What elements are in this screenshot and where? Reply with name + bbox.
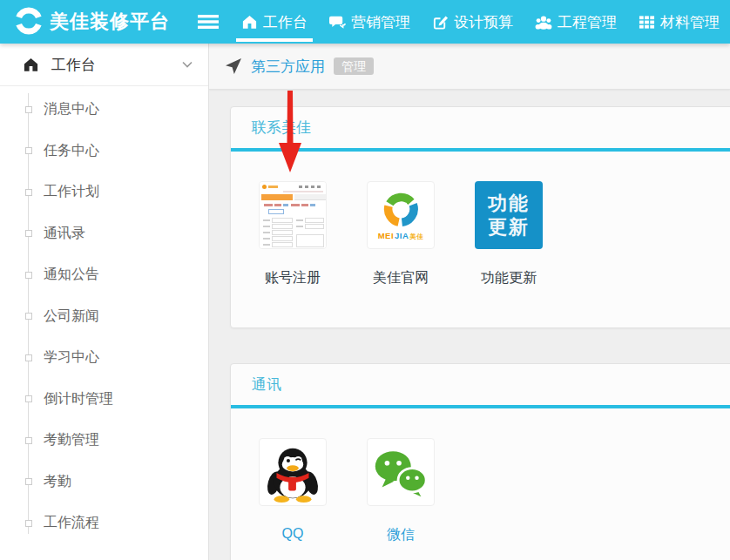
sidebar-item-task-center[interactable]: 任务中心 (0, 131, 208, 172)
sidebar-item-contacts[interactable]: 通讯录 (0, 213, 208, 255)
sidebar-item-attendance[interactable]: 考勤 (0, 462, 208, 503)
feature-update-tile: 功能 更新 (475, 181, 543, 249)
location-arrow-icon (225, 57, 242, 75)
nav-label: 设计预算 (454, 12, 513, 32)
wechat-icon (367, 438, 435, 506)
app-label: QQ (282, 526, 304, 542)
register-form-thumbnail (259, 181, 327, 249)
app-label: 功能更新 (481, 269, 537, 287)
panel-body: QQ 微信 (231, 408, 730, 560)
app-label: 美佳官网 (373, 269, 429, 287)
app-qq[interactable]: QQ (259, 438, 327, 544)
panel-body: 账号注册 MEIJIA美佳 美佳官网 (231, 152, 730, 327)
app-account-register[interactable]: 账号注册 (259, 181, 327, 287)
app-label: 微信 (387, 526, 415, 544)
sidebar-root-label: 工作台 (51, 55, 96, 75)
sidebar-item-label: 工作流程 (44, 514, 99, 532)
sidebar-item-workflow[interactable]: 工作流程 (0, 503, 208, 544)
sidebar-submenu: 消息中心 任务中心 工作计划 通讯录 通知公告 公司新闻 学习中心 倒计时管理 … (0, 86, 208, 544)
sidebar-item-label: 考勤 (44, 473, 71, 491)
app-feature-updates[interactable]: 功能 更新 功能更新 (475, 181, 543, 287)
app-label: 账号注册 (265, 269, 321, 287)
nav-label: 工程管理 (558, 12, 617, 32)
brand-swirl-icon (12, 5, 45, 38)
annotation-red-arrow (279, 91, 301, 172)
sidebar-item-message-center[interactable]: 消息中心 (0, 89, 208, 131)
sidebar-item-label: 公司新闻 (44, 307, 99, 326)
nav-workbench[interactable]: 工作台 (241, 0, 308, 44)
meijia-swirl-icon (382, 190, 420, 228)
sidebar-item-label: 通知公告 (44, 266, 99, 284)
app-wechat[interactable]: 微信 (367, 438, 435, 544)
brand-title: 美佳装修平台 (50, 9, 170, 35)
sidebar-item-label: 倒计时管理 (44, 390, 113, 408)
breadcrumb-title[interactable]: 第三方应用 (251, 57, 325, 77)
sidebar-item-company-news[interactable]: 公司新闻 (0, 296, 208, 338)
nav-engineering[interactable]: 工程管理 (535, 0, 617, 44)
home-icon (23, 57, 39, 73)
sidebar-item-label: 工作计划 (44, 183, 99, 201)
app-meijia-website[interactable]: MEIJIA美佳 美佳官网 (367, 181, 435, 287)
hamburger-menu-icon[interactable] (198, 14, 219, 30)
meijia-wordmark: MEIJIA美佳 (378, 231, 424, 241)
nav-label: 工作台 (263, 12, 308, 32)
meijia-logo: MEIJIA美佳 (367, 181, 435, 249)
grid-icon (639, 14, 655, 30)
sidebar-item-countdown[interactable]: 倒计时管理 (0, 379, 208, 421)
edit-icon (432, 14, 449, 30)
chat-icon (329, 14, 346, 30)
nav-label: 营销管理 (351, 12, 410, 32)
register-thumbnail-mock (260, 182, 326, 248)
panel-title: 通讯 (231, 364, 730, 405)
nav-label: 材料管理 (660, 12, 720, 32)
chevron-down-icon (182, 61, 193, 68)
panel-contact-meijia: 联系美佳 (230, 106, 730, 328)
sidebar-item-attendance-mgmt[interactable]: 考勤管理 (0, 420, 208, 462)
sidebar-item-label: 任务中心 (44, 142, 99, 160)
sidebar-item-label: 通讯录 (44, 225, 85, 243)
sidebar-item-label: 消息中心 (44, 100, 99, 118)
sidebar-item-work-plan[interactable]: 工作计划 (0, 172, 208, 213)
sidebar-item-learning-center[interactable]: 学习中心 (0, 337, 208, 379)
nav-marketing[interactable]: 营销管理 (329, 0, 410, 44)
qq-penguin-icon (259, 438, 327, 506)
users-icon (535, 14, 552, 30)
manage-badge: 管理 (334, 57, 374, 75)
panel-communication: 通讯 (230, 363, 730, 560)
nav-design-budget[interactable]: 设计预算 (432, 0, 513, 44)
breadcrumb: 第三方应用 管理 (209, 44, 730, 90)
top-header: 美佳装修平台 工作台 营销管理 (0, 0, 730, 44)
sidebar-item-label: 考勤管理 (44, 431, 99, 449)
sidebar-item-workbench[interactable]: 工作台 (0, 44, 208, 86)
panel-title: 联系美佳 (231, 107, 730, 148)
brand-logo[interactable]: 美佳装修平台 (0, 5, 170, 38)
nav-materials[interactable]: 材料管理 (639, 0, 720, 44)
main-nav: 工作台 营销管理 设计预算 (241, 0, 720, 44)
sidebar-item-label: 学习中心 (44, 348, 99, 367)
sidebar-item-notice[interactable]: 通知公告 (0, 254, 208, 296)
home-icon (241, 14, 258, 30)
sidebar: 工作台 消息中心 任务中心 工作计划 通讯录 通知公告 公司新闻 学习中心 倒计… (0, 44, 209, 560)
